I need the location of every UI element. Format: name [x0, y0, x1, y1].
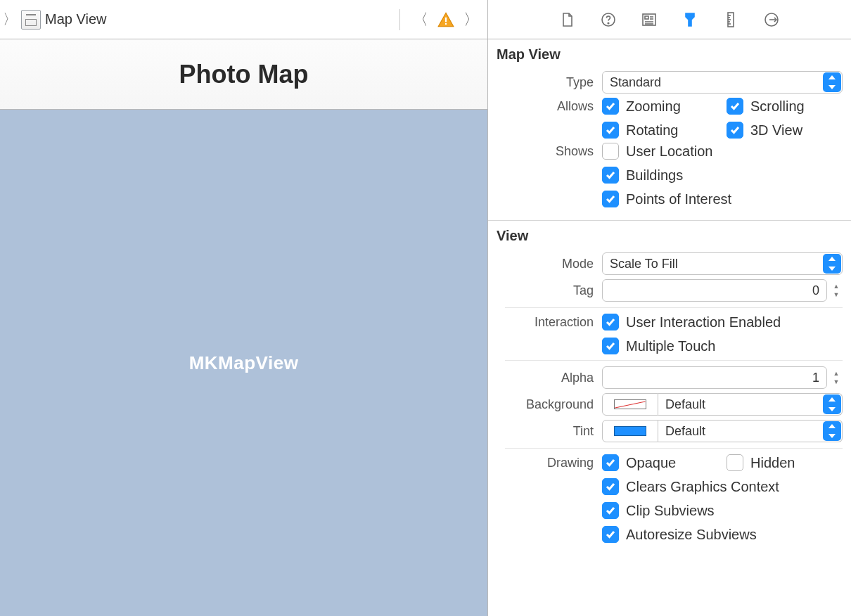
identity-inspector-tab[interactable] [639, 10, 659, 30]
section-header-mapview: Map View [488, 39, 851, 64]
checkbox-scrolling-label: Scrolling [750, 98, 805, 115]
popup-stepper-icon[interactable] [823, 254, 841, 274]
svg-point-3 [608, 23, 609, 24]
scene-navigation-bar: Photo Map [0, 39, 487, 110]
svg-rect-0 [445, 17, 447, 22]
label-type: Type [497, 75, 602, 90]
document-icon[interactable] [21, 10, 41, 30]
alpha-stepper[interactable]: ▲▼ [830, 367, 843, 388]
nav-back-button[interactable]: 〈 [413, 9, 428, 30]
checkbox-opaque[interactable]: Opaque [602, 454, 718, 471]
mode-popup[interactable] [602, 252, 843, 275]
checkbox-multiple-touch[interactable]: Multiple Touch [602, 338, 843, 354]
canvas[interactable]: MKMapView [0, 110, 487, 616]
nav-forward-button[interactable]: 〉 [463, 9, 479, 30]
checkbox-poi[interactable]: Points of Interest [602, 191, 843, 207]
checkbox-hidden-label: Hidden [750, 455, 795, 471]
checkbox-clears-graphics-context[interactable]: Clears Graphics Context [602, 478, 843, 495]
label-tag: Tag [497, 283, 602, 298]
checkbox-user-location-label: User Location [626, 143, 712, 160]
label-shows: Shows [497, 143, 602, 159]
scene-title: Photo Map [179, 60, 309, 89]
label-tint: Tint [497, 424, 602, 439]
background-color-control[interactable] [602, 393, 843, 416]
size-inspector-tab[interactable] [721, 10, 741, 30]
checkbox-rotating[interactable]: Rotating [602, 122, 718, 139]
type-popup-value[interactable] [602, 71, 843, 94]
checkbox-buildings-label: Buildings [626, 167, 683, 184]
popup-stepper-icon[interactable] [823, 72, 841, 92]
checkbox-hidden[interactable]: Hidden [727, 454, 843, 471]
background-popup-value[interactable] [658, 393, 843, 416]
checkbox-multiple-touch-label: Multiple Touch [626, 338, 715, 354]
label-mode: Mode [497, 257, 602, 271]
divider [505, 360, 843, 361]
separator [399, 9, 400, 30]
inspector-pane: Map View Type Allo [488, 0, 851, 616]
checkbox-scrolling[interactable]: Scrolling [727, 98, 843, 115]
jump-bar: 〉 Map View 〈 〉 [0, 0, 487, 39]
checkbox-autoresize-subviews-label: Autoresize Subviews [626, 527, 757, 543]
attributes-inspector-tab[interactable] [680, 10, 700, 30]
alpha-field[interactable]: ▲▼ [602, 366, 843, 389]
type-popup[interactable] [602, 71, 843, 94]
checkbox-clip-subviews-label: Clip Subviews [626, 503, 715, 519]
chevron-up-icon[interactable]: ▲ [830, 370, 843, 377]
label-background: Background [497, 397, 602, 412]
chevron-up-icon[interactable]: ▲ [830, 283, 843, 290]
label-allows: Allows [497, 98, 602, 114]
chevron-down-icon[interactable]: ▼ [830, 378, 843, 385]
label-drawing: Drawing [497, 454, 602, 470]
breadcrumb-item[interactable]: Map View [45, 11, 106, 27]
checkbox-3d-view-label: 3D View [750, 122, 802, 139]
color-swatch-blue-icon [614, 426, 646, 436]
tag-field[interactable]: ▲▼ [602, 279, 843, 302]
color-swatch-none-icon [614, 399, 646, 409]
popup-stepper-icon[interactable] [823, 394, 841, 414]
divider [505, 307, 843, 308]
checkbox-clip-subviews[interactable]: Clip Subviews [602, 502, 843, 519]
checkbox-rotating-label: Rotating [626, 122, 679, 139]
checkbox-buildings[interactable]: Buildings [602, 167, 843, 184]
section-header-view: View [488, 221, 851, 245]
divider [505, 448, 843, 449]
chevron-down-icon[interactable]: ▼ [830, 291, 843, 298]
background-color-well[interactable] [602, 393, 658, 416]
canvas-view-class-label: MKMapView [189, 352, 299, 374]
tint-color-control[interactable] [602, 420, 843, 442]
checkbox-user-interaction-enabled-label: User Interaction Enabled [626, 314, 781, 331]
svg-rect-5 [645, 16, 648, 19]
editor-pane: 〉 Map View 〈 〉 Photo Map MKMapView [0, 0, 488, 616]
checkbox-zooming[interactable]: Zooming [602, 98, 718, 115]
inspector-tabbar [488, 0, 851, 39]
checkbox-user-interaction-enabled[interactable]: User Interaction Enabled [602, 314, 843, 331]
alpha-input[interactable] [602, 366, 827, 389]
checkbox-zooming-label: Zooming [626, 98, 681, 115]
checkbox-3d-view[interactable]: 3D View [727, 122, 843, 139]
mode-popup-value[interactable] [602, 252, 843, 275]
tint-popup-value[interactable] [658, 420, 843, 442]
warning-icon[interactable] [437, 11, 455, 29]
connections-inspector-tab[interactable] [762, 10, 781, 30]
tint-color-well[interactable] [602, 420, 658, 442]
checkbox-user-location[interactable]: User Location [602, 143, 843, 160]
checkbox-poi-label: Points of Interest [626, 191, 731, 207]
checkbox-opaque-label: Opaque [626, 455, 676, 471]
label-alpha: Alpha [497, 371, 602, 385]
tag-input[interactable] [602, 279, 827, 302]
svg-rect-1 [445, 23, 447, 24]
chevron-right-icon[interactable]: 〉 [3, 10, 17, 29]
quick-help-inspector-tab[interactable] [599, 10, 618, 30]
label-interaction: Interaction [497, 314, 602, 330]
tag-stepper[interactable]: ▲▼ [830, 280, 843, 301]
popup-stepper-icon[interactable] [823, 421, 841, 441]
checkbox-autoresize-subviews[interactable]: Autoresize Subviews [602, 526, 843, 543]
file-inspector-tab[interactable] [558, 10, 577, 30]
checkbox-clears-graphics-context-label: Clears Graphics Context [626, 479, 779, 495]
